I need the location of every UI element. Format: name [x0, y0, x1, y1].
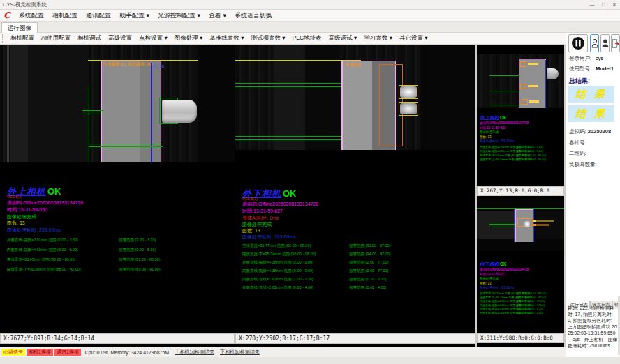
blue-measure-line	[514, 209, 515, 242]
tab-run-image[interactable]: 运行图像	[1, 22, 38, 33]
camera2-ok-status: OK	[283, 188, 297, 199]
menu-camera-config[interactable]: 相机配置	[48, 10, 82, 21]
capture-time: 时间:13-31-59-627	[242, 208, 283, 215]
login-user-value: cys	[596, 55, 603, 61]
tool-camera-config[interactable]: 相机配置	[7, 34, 38, 43]
camera-pane-outer-lower[interactable]: AI检测框 外下相机OK MES:B(1) 虚拟码:Offline2025020…	[235, 45, 475, 347]
roi-marker	[520, 84, 526, 89]
camera2-image: AI检测框	[235, 45, 475, 150]
user-icon	[602, 38, 609, 48]
roi-marker	[522, 99, 528, 105]
green-measure-line	[489, 91, 520, 91]
tool-other-settings[interactable]: 其它设置 ▾	[396, 34, 431, 43]
pause-button[interactable]	[568, 34, 588, 52]
band	[420, 45, 475, 150]
green-measure-line	[89, 144, 163, 144]
blue-measure-line	[545, 60, 546, 108]
measurement-row: 外侧直线-直线=2.61mm 范围:(0.60 - 4.00)报警范围:(0.6…	[480, 311, 563, 315]
camera3-overlay: 内上相机OK 虚拟码:Offline20250208133134728 时间:1…	[480, 114, 563, 162]
side-panel: 登录用户: cys 使用型号: Model1 总结果: 结 果 结 果 虚拟码:…	[566, 33, 620, 357]
tool-learning-params[interactable]: 学习参数 ▾	[360, 34, 396, 43]
close-button[interactable]: ✕	[609, 0, 620, 10]
camera2-pixel-status: X:270;Y:2502;R:17;G:17;B:17	[235, 333, 475, 344]
edge-line	[7, 45, 9, 162]
electrode-tab	[524, 221, 530, 227]
green-measure-line	[235, 86, 346, 87]
menu-view[interactable]: 查看 ▾	[205, 10, 230, 21]
tool-ai-config[interactable]: AI使用配置	[38, 34, 74, 43]
pane-divider	[477, 195, 564, 196]
heartbeat-badge: 心跳信号	[1, 349, 25, 356]
login-user-label: 登录用户:	[569, 55, 591, 62]
electrode-tab	[400, 86, 417, 98]
band	[477, 211, 515, 239]
camera-pane-inner-upper[interactable]: 内上相机OK 虚拟码:Offline20250208133134728 时间:1…	[477, 45, 564, 196]
tool-plc-address[interactable]: PLC地址表	[289, 34, 325, 43]
menu-system-config[interactable]: 系统配置	[15, 10, 48, 21]
qr-code-label: 二维码:	[569, 150, 586, 157]
band	[28, 45, 89, 162]
capture-time: 时间:13-31-59-650	[7, 206, 47, 213]
camera-pane-outer-upper[interactable]: 平均阈值:93, 动态阈值:100 23.88 外上相机OK MES:B(1) …	[0, 45, 235, 347]
camera1-ok-status: OK	[47, 186, 61, 197]
menu-assistant-config[interactable]: 助手配置 ▾	[115, 10, 154, 21]
camera3-image	[477, 54, 564, 108]
lower-camera-1d-result-link[interactable]: 下相机1d检测结果	[220, 349, 260, 356]
menu-light-control[interactable]: 光源控制配置 ▾	[154, 10, 205, 21]
user-manage-button[interactable]	[600, 34, 610, 52]
tool-baseline-params[interactable]: 基准线参数 ▾	[206, 34, 247, 43]
model-label: 使用型号:	[569, 66, 591, 73]
process-elapsed: 图像处理耗时: 163.00ms	[480, 286, 563, 291]
camera-pane-inner-lower[interactable]: 内下相机OK 虚拟码:Offline20250208133134728 时间:1…	[477, 196, 564, 347]
camera3-pixel-status: X:267;Y:13;R:0;G:0;B:0	[477, 186, 564, 195]
tool-advanced-debug[interactable]: 高级调试 ▾	[325, 34, 361, 43]
log-text: 耗时: 222, 拍照检测耗时: 17, 拍照分离耗时: 0, 拍照提取分区耗时…	[568, 305, 618, 349]
tool-spot-check[interactable]: 点检设置 ▾	[135, 34, 171, 43]
tool-camera-debug[interactable]: 相机调试	[74, 34, 105, 43]
electrode-tab	[400, 103, 417, 114]
measurement-row: 外侧直线-隔膜=2.91mm 范围:(2.00 - 3.50)报警范围:(2.2…	[7, 238, 161, 248]
virtual-code: 虚拟码:Offline20250208133134728	[7, 199, 83, 206]
camera4-overlay: 内下相机OK 虚拟码:Offline20250208133134728 时间:1…	[480, 261, 563, 314]
tool-image-processing[interactable]: 图像处理 ▾	[171, 34, 207, 43]
exit-door-icon	[612, 39, 619, 48]
maximize-button[interactable]: □	[598, 0, 609, 10]
camera4-ok-status: OK	[500, 261, 507, 267]
result-block-upper: 结 果	[568, 86, 614, 103]
model-value[interactable]: Model1	[596, 66, 614, 72]
comm1-connect-badge: 通讯1连接	[54, 349, 81, 356]
image-count: 图数: 13	[7, 220, 25, 227]
app-logo-icon: C	[2, 11, 12, 20]
measurement-row: 隔膜宽度-上=90.56mm 范围:(88.00 - 92.00)报警范围:(8…	[7, 267, 161, 277]
toolbar: 相机配置 AI使用配置 相机调试 高级设置 点检设置 ▾ 图像处理 ▾ 基准线参…	[0, 33, 566, 45]
virtual-code: 虚拟码:Offline20250208133134728	[242, 201, 318, 208]
virtual-code-row: 虚拟码: 20250208	[569, 128, 611, 135]
exit-button[interactable]	[611, 34, 620, 52]
tiny-label-mark	[528, 85, 538, 87]
upper-camera-1d-result-link[interactable]: 上相机1d检测结果	[175, 349, 214, 356]
green-measure-line	[489, 227, 515, 227]
tool-advanced-settings[interactable]: 高级设置	[105, 34, 135, 43]
blue-measure-value: 23.88	[154, 64, 164, 68]
pause-icon	[571, 36, 585, 50]
minimize-button[interactable]: —	[586, 0, 598, 10]
band	[10, 45, 28, 162]
measurement-row: 主体宽度=83.77mm 范围:(82.00 - 88.00)报警范围:(83.…	[242, 243, 391, 252]
camera3-name: 内上相机	[480, 115, 499, 121]
main-image-area: 平均阈值:93, 动态阈值:100 23.88 外上相机OK MES:B(1) …	[0, 45, 566, 347]
window-title: CYS-视觉检测系统	[3, 1, 47, 8]
menu-comm-config[interactable]: 通讯配置	[82, 10, 115, 21]
separator-shade	[140, 61, 161, 162]
camera1-connect-badge: 相机1连接	[27, 349, 53, 356]
measurement-list: 主体宽度=83.77mm 范围:(82.00 - 88.00)报警范围:(83.…	[242, 243, 391, 294]
needle-label: 卷针号:	[569, 139, 586, 146]
tiny-label-mark	[528, 63, 538, 65]
camera4-pixel-status: X:311;Y:980;R:0;G:0;B:0	[477, 333, 564, 343]
band	[198, 45, 235, 162]
menu-language-switch[interactable]: 系统语言切换	[230, 10, 276, 21]
green-measure-line	[89, 146, 163, 147]
tab-strip: 运行图像	[0, 22, 620, 33]
login-user-button[interactable]	[590, 34, 599, 52]
tool-test-params[interactable]: 测试项参数 ▾	[247, 34, 288, 43]
mes-status: MES:B(1)	[7, 195, 22, 199]
